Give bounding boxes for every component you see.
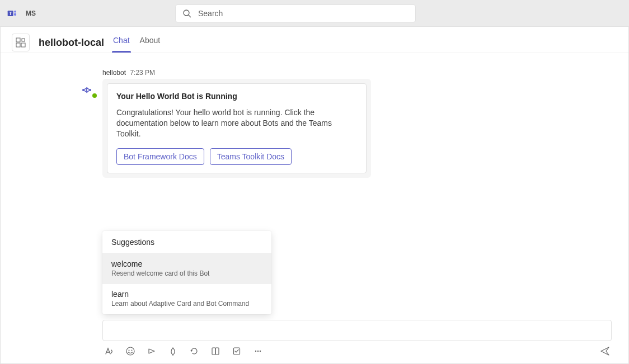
svg-rect-23	[215, 348, 219, 354]
message-bubble: Your Hello World Bot is Running Congratu…	[102, 79, 371, 178]
card-title: Your Hello World Bot is Running	[116, 92, 357, 101]
compose-toolbar	[102, 341, 612, 357]
titlebar: T MS	[0, 0, 629, 27]
svg-rect-22	[212, 348, 215, 354]
loop-icon[interactable]	[189, 346, 200, 357]
search-input[interactable]	[198, 9, 409, 18]
app-icon	[12, 34, 30, 51]
message-time: 7:23 PM	[130, 69, 155, 77]
svg-rect-6	[16, 38, 20, 42]
compose-box[interactable]	[102, 320, 612, 341]
svg-line-5	[189, 15, 191, 17]
tab-about[interactable]: About	[140, 36, 161, 53]
suggestions-header: Suggestions	[102, 231, 271, 254]
card-action-bot-framework-docs[interactable]: Bot Framework Docs	[116, 148, 204, 165]
svg-text:T: T	[9, 11, 12, 16]
teams-logo-icon: T	[7, 8, 18, 19]
message-meta: hellobot 7:23 PM	[102, 69, 371, 77]
app-title: hellobot-local	[39, 37, 104, 49]
suggestion-item-learn[interactable]: learn Learn about Adaptive Card and Bot …	[102, 284, 271, 314]
approvals-icon[interactable]	[231, 346, 242, 357]
svg-rect-7	[16, 43, 20, 47]
attach-icon[interactable]	[210, 346, 221, 357]
message-row: hellobot 7:23 PM Your Hello World Bot is…	[79, 69, 628, 178]
card-action-teams-toolkit-docs[interactable]: Teams Toolkit Docs	[210, 148, 292, 165]
suggestion-command: learn	[111, 290, 262, 299]
presence-available-icon	[91, 92, 98, 99]
card-text: Congratulations! Your hello world bot is…	[116, 107, 357, 139]
svg-point-27	[260, 351, 261, 352]
suggestion-item-welcome[interactable]: welcome Resend welcome card of this Bot	[102, 254, 271, 284]
svg-rect-9	[22, 39, 25, 41]
app-header: hellobot-local Chat About	[1, 27, 628, 53]
svg-point-4	[184, 10, 189, 16]
sender-name: hellobot	[102, 69, 126, 77]
chat-area: hellobot 7:23 PM Your Hello World Bot is…	[1, 53, 628, 363]
format-icon[interactable]	[104, 346, 115, 357]
bot-avatar	[79, 82, 97, 100]
send-button[interactable]	[599, 346, 611, 357]
suggestion-description: Learn about Adaptive Card and Bot Comman…	[111, 300, 262, 308]
suggestion-description: Resend welcome card of this Bot	[111, 270, 262, 277]
svg-point-18	[126, 347, 134, 355]
user-initials: MS	[26, 10, 36, 17]
svg-rect-3	[14, 13, 16, 16]
emoji-icon[interactable]	[125, 346, 136, 357]
sticker-icon[interactable]	[167, 346, 179, 357]
more-icon[interactable]	[252, 346, 264, 357]
svg-point-2	[14, 10, 16, 12]
svg-point-26	[257, 351, 259, 352]
search-icon	[182, 9, 191, 18]
svg-point-20	[132, 350, 133, 351]
svg-rect-8	[21, 43, 25, 47]
gif-icon[interactable]	[146, 346, 157, 357]
tab-chat[interactable]: Chat	[113, 36, 130, 53]
search-box[interactable]	[175, 4, 416, 22]
tabs: Chat About	[113, 32, 160, 53]
suggestions-popup: Suggestions welcome Resend welcome card …	[102, 231, 271, 314]
adaptive-card: Your Hello World Bot is Running Congratu…	[107, 83, 367, 173]
svg-point-19	[129, 350, 130, 351]
suggestion-command: welcome	[111, 259, 262, 268]
svg-point-25	[255, 351, 256, 352]
